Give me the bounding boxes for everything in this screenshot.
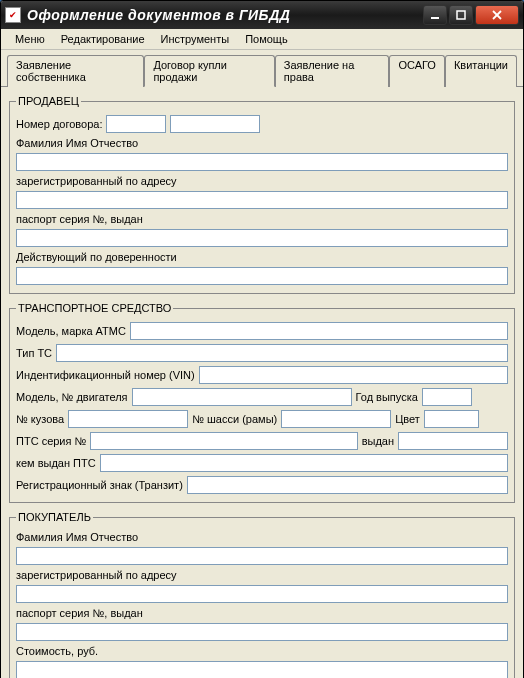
svg-rect-0 [431,17,439,19]
menubar: Меню Редактирование Инструменты Помощь [1,29,523,50]
pts-issuer-label: кем выдан ПТС [16,457,96,469]
content: ПРОДАВЕЦ Номер договора: Фамилия Имя Отч… [1,87,523,678]
tab-sale-contract[interactable]: Договор купли продажи [144,55,274,87]
pts-issued-label: выдан [362,435,394,447]
tab-license-application[interactable]: Заявление на права [275,55,390,87]
chassis-no-label: № шасси (рамы) [192,413,277,425]
minimize-icon [430,10,440,20]
pts-serial-label: ПТС серия № [16,435,86,447]
vehicle-legend: ТРАНСПОРТНОЕ СРЕДСТВО [16,302,173,314]
contract-no-label: Номер договора: [16,118,102,130]
seller-fio-input[interactable] [16,153,508,171]
seller-proxy-input[interactable] [16,267,508,285]
reg-mark-input[interactable] [187,476,508,494]
menu-item-0[interactable]: Меню [7,31,53,47]
seller-passport-label: паспорт серия №, выдан [16,213,143,225]
buyer-address-label: зарегистрированный по адресу [16,569,177,581]
engine-label: Модель, № двигателя [16,391,128,403]
buyer-group: ПОКУПАТЕЛЬ Фамилия Имя Отчество зарегист… [9,511,515,678]
seller-proxy-label: Действующий по доверенности [16,251,177,263]
pts-serial-input[interactable] [90,432,357,450]
tab-receipts[interactable]: Квитанции [445,55,517,87]
year-input[interactable] [422,388,472,406]
buyer-fio-label: Фамилия Имя Отчество [16,531,138,543]
buyer-passport-input[interactable] [16,623,508,641]
body-no-input[interactable] [68,410,188,428]
vin-label: Индентификационный номер (VIN) [16,369,195,381]
maximize-button[interactable] [449,5,473,25]
minimize-button[interactable] [423,5,447,25]
titlebar: ✔ Оформление документов в ГИБДД [1,1,523,29]
buyer-legend: ПОКУПАТЕЛЬ [16,511,93,523]
pts-issued-input[interactable] [398,432,508,450]
color-input[interactable] [424,410,479,428]
vehicle-group: ТРАНСПОРТНОЕ СРЕДСТВО Модель, марка АТМС… [9,302,515,503]
seller-address-input[interactable] [16,191,508,209]
close-icon [492,10,502,20]
window-title: Оформление документов в ГИБДД [27,7,421,23]
model-brand-label: Модель, марка АТМС [16,325,126,337]
year-label: Год выпуска [356,391,418,403]
vin-input[interactable] [199,366,508,384]
vehicle-type-label: Тип ТС [16,347,52,359]
seller-legend: ПРОДАВЕЦ [16,95,81,107]
body-no-label: № кузова [16,413,64,425]
maximize-icon [456,10,466,20]
reg-mark-label: Регистрационный знак (Транзит) [16,479,183,491]
contract-no-1-input[interactable] [106,115,166,133]
vehicle-type-input[interactable] [56,344,508,362]
seller-fio-label: Фамилия Имя Отчество [16,137,138,149]
seller-address-label: зарегистрированный по адресу [16,175,177,187]
contract-no-2-input[interactable] [170,115,260,133]
tab-owner-application[interactable]: Заявление собственника [7,55,144,87]
seller-group: ПРОДАВЕЦ Номер договора: Фамилия Имя Отч… [9,95,515,294]
buyer-fio-input[interactable] [16,547,508,565]
buyer-passport-label: паспорт серия №, выдан [16,607,143,619]
chassis-no-input[interactable] [281,410,391,428]
engine-input[interactable] [132,388,352,406]
tab-osago[interactable]: ОСАГО [389,55,445,87]
svg-rect-1 [457,11,465,19]
price-input[interactable] [16,661,508,678]
app-icon: ✔ [5,7,21,23]
menu-item-3[interactable]: Помощь [237,31,296,47]
app-window: ✔ Оформление документов в ГИБДД Меню Ред… [0,0,524,678]
buyer-address-input[interactable] [16,585,508,603]
model-brand-input[interactable] [130,322,508,340]
tabs: Заявление собственника Договор купли про… [1,50,523,87]
menu-item-1[interactable]: Редактирование [53,31,153,47]
seller-passport-input[interactable] [16,229,508,247]
pts-issuer-input[interactable] [100,454,508,472]
color-label: Цвет [395,413,420,425]
menu-item-2[interactable]: Инструменты [153,31,238,47]
price-label: Стоимость, руб. [16,645,98,657]
close-button[interactable] [475,5,519,25]
